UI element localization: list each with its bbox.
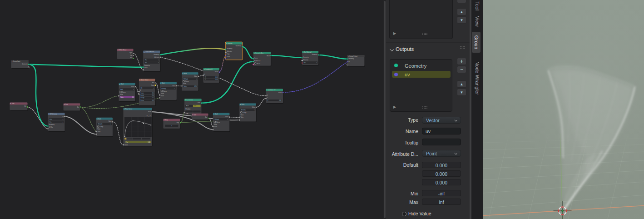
svg-text:Fac: Fac: [126, 141, 128, 143]
svg-text:UV Unwrap: UV Unwrap: [50, 113, 57, 115]
svg-text:Value: Value: [225, 116, 228, 118]
svg-text:▾: ▾: [185, 99, 186, 101]
svg-text:✕ ▬ ˅: ✕ ▬ ˅: [147, 115, 151, 117]
svg-text:Value: Value: [194, 75, 197, 77]
svg-text:▾: ▾: [213, 113, 214, 115]
svg-text:0.5: 0.5: [152, 97, 154, 99]
svg-text:▾: ▾: [183, 73, 183, 75]
svg-text:Value: Value: [161, 95, 164, 97]
svg-text:Z: Z: [268, 100, 268, 101]
svg-text:▾: ▾: [139, 79, 140, 81]
svg-text:Scale: Scale: [141, 92, 144, 94]
svg-text:Sync: Sync: [129, 52, 133, 54]
svg-text:Mat: Mat: [205, 116, 207, 118]
svg-text:Combine XY: Combine XY: [205, 69, 213, 70]
svg-text:X: X: [267, 95, 268, 96]
svg-text:Geometry: Geometry: [144, 65, 150, 66]
svg-text:▾: ▾: [226, 43, 227, 45]
svg-text:▾: ▾: [12, 60, 13, 62]
svg-text:Profile Cur: Profile Cur: [254, 60, 260, 62]
svg-text:Geometry: Geometry: [154, 54, 159, 55]
svg-text:Value: Value: [173, 85, 176, 87]
svg-text:Log: Log: [130, 55, 132, 56]
svg-text:Fade: Fade: [227, 53, 230, 55]
svg-text:Mesh: Mesh: [267, 55, 270, 57]
svg-text:Dire: Dire: [194, 105, 196, 107]
svg-text:▾: ▾: [302, 51, 303, 53]
svg-text:Geometry: Geometry: [49, 124, 55, 125]
svg-text:Value: Value: [214, 126, 217, 128]
svg-text:Group Output: Group Output: [349, 55, 357, 57]
svg-text:Math: Math: [98, 118, 101, 120]
svg-text:0.00: 0.00: [215, 79, 218, 80]
svg-text:Value: Value: [97, 131, 100, 133]
svg-text:Selection: Selection: [227, 50, 232, 52]
svg-text:Geometry: Geometry: [303, 56, 309, 58]
svg-text:Value: Value: [124, 144, 128, 146]
svg-text:0.50: 0.50: [194, 85, 197, 87]
svg-text:2.0: 2.0: [152, 95, 154, 96]
svg-text:Math: Math: [162, 82, 165, 84]
svg-text:Geometry: Geometry: [348, 58, 354, 60]
svg-text:▾: ▾: [118, 49, 119, 51]
svg-text:Value: Value: [252, 106, 255, 108]
svg-text:Position: Position: [186, 108, 191, 110]
svg-text:Mix: Mix: [130, 57, 133, 59]
svg-text:Mix: Mix: [77, 106, 79, 108]
svg-text:Value: Value: [97, 128, 100, 130]
svg-text:Clamp: Clamp: [122, 91, 126, 93]
svg-text:UV: UV: [62, 116, 64, 118]
svg-text:Fac: Fac: [152, 82, 154, 84]
svg-text:Fill Ca: Fill Ca: [257, 63, 260, 65]
svg-text:W: W: [140, 90, 141, 91]
svg-text:White Noise: White Noise: [119, 49, 127, 51]
svg-text:Selection: Selection: [303, 59, 308, 61]
svg-text:Side: Side: [193, 114, 196, 116]
svg-text:Attribute: Attribute: [154, 56, 159, 58]
svg-text:Map: Map: [165, 119, 168, 121]
svg-text:Offset: Offset: [227, 56, 230, 58]
svg-text:Y: Y: [205, 76, 206, 78]
svg-text:Clamp: Clamp: [163, 90, 167, 92]
svg-text:Multiply: Multiply: [98, 123, 103, 125]
svg-text:3D: 3D: [141, 87, 143, 89]
svg-text:Add: Add: [120, 89, 123, 90]
svg-text:0.0: 0.0: [152, 100, 154, 101]
svg-text:▾: ▾: [348, 55, 349, 57]
svg-text:Multiply: Multiply: [241, 109, 246, 111]
svg-text:Vector: Vector: [278, 92, 282, 94]
svg-text:▾: ▾: [49, 113, 50, 115]
svg-text:Curve Line: Curve Line: [186, 99, 193, 101]
svg-text:2.0: 2.0: [152, 92, 154, 94]
svg-text:Clamp: Clamp: [185, 80, 189, 82]
svg-text:tornado: tornado: [228, 43, 233, 45]
svg-text:Value: Value: [120, 94, 123, 95]
svg-text:Clamp: Clamp: [243, 112, 247, 114]
svg-text:Clamp: Clamp: [216, 121, 220, 123]
svg-text:1.0: 1.0: [132, 96, 134, 98]
svg-text:▾: ▾: [267, 89, 268, 91]
svg-text:▾: ▾: [119, 84, 120, 85]
svg-text:Curve: Curve: [254, 57, 258, 59]
svg-text:Capture Attribu: Capture Attribu: [145, 51, 154, 53]
svg-text:Multiply: Multiply: [162, 88, 166, 90]
svg-text:Value: Value: [131, 86, 134, 88]
svg-text:▾: ▾: [144, 51, 145, 53]
svg-text:Mix: Mix: [25, 105, 27, 107]
svg-text:Geometry: Geometry: [22, 63, 28, 65]
svg-text:▾: ▾: [254, 52, 255, 54]
svg-text:Poi: Poi: [145, 62, 147, 64]
svg-text:Set Material: Set Material: [304, 51, 311, 53]
svg-text:Color: Color: [151, 85, 154, 86]
svg-text:Flat: Flat: [50, 119, 52, 120]
svg-text:▾: ▾: [160, 82, 161, 84]
svg-text:▾: ▾: [164, 119, 165, 121]
svg-text:Distor: Distor: [141, 100, 144, 101]
svg-text:Geometry: Geometry: [227, 48, 233, 50]
svg-text:0.00: 0.00: [279, 100, 282, 101]
svg-text:▾: ▾: [240, 104, 241, 105]
svg-text:Poin: Poin: [186, 105, 189, 107]
svg-text:Side: Side: [12, 103, 15, 105]
svg-text:X: X: [204, 74, 205, 75]
svg-text:▾: ▾: [192, 114, 193, 116]
